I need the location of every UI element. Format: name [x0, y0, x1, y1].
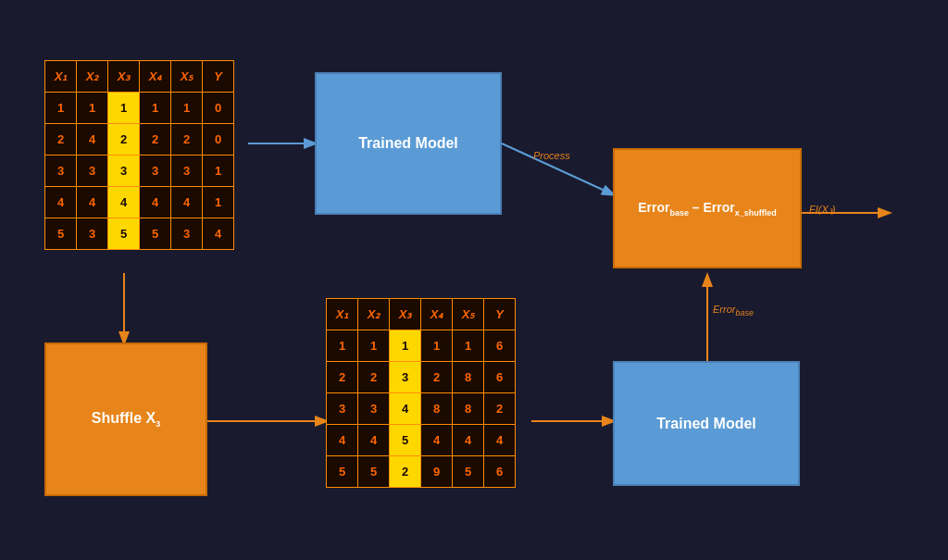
process-label: Process — [533, 150, 570, 161]
top-matrix: X₁ X₂ X₃ X₄ X₅ Y 1 1 1 1 1 0 2 4 2 2 2 0… — [44, 60, 234, 250]
matrix-cell-highlighted: 3 — [390, 362, 421, 393]
matrix-cell: 1 — [77, 93, 108, 124]
shuffle-x3-box: Shuffle X3 — [44, 342, 207, 496]
matrix-cell: 3 — [358, 393, 390, 425]
matrix-cell-highlighted: 2 — [108, 124, 140, 156]
matrix-cell: 2 — [358, 362, 390, 393]
matrix-cell: 8 — [453, 362, 484, 393]
matrix-cell: 4 — [421, 425, 453, 456]
matrix-header: X₂ — [358, 299, 390, 330]
matrix-cell: 3 — [140, 156, 171, 187]
matrix-cell: 5 — [453, 456, 484, 488]
matrix-cell: 1 — [327, 330, 358, 362]
matrix-cell: 3 — [45, 156, 77, 187]
matrix-cell: 4 — [358, 425, 390, 456]
matrix-cell: 2 — [421, 362, 453, 393]
matrix-header-highlighted: X₃ — [108, 61, 140, 93]
matrix-cell: 1 — [453, 330, 484, 362]
matrix-cell: 5 — [358, 456, 390, 488]
matrix-cell: 4 — [140, 187, 171, 218]
matrix-cell-highlighted: 2 — [390, 456, 421, 488]
matrix-cell: 8 — [453, 393, 484, 425]
matrix-cell: 2 — [327, 362, 358, 393]
matrix-cell: 1 — [203, 187, 234, 218]
matrix-cell: 2 — [45, 124, 77, 156]
matrix-cell: 1 — [358, 330, 390, 362]
matrix-cell: 6 — [484, 456, 516, 488]
matrix-cell: 5 — [327, 456, 358, 488]
matrix-cell: 4 — [45, 187, 77, 218]
matrix-cell: 2 — [171, 124, 203, 156]
matrix-cell: 9 — [421, 456, 453, 488]
matrix-cell: 4 — [77, 124, 108, 156]
bottom-matrix: X₁ X₂ X₃ X₄ X₅ Y 1 1 1 1 1 6 2 2 3 2 8 6… — [326, 298, 516, 488]
matrix-cell: 5 — [140, 218, 171, 250]
matrix-header: X₂ — [77, 61, 108, 93]
matrix-cell: 6 — [484, 330, 516, 362]
matrix-cell: 0 — [203, 93, 234, 124]
matrix-cell: 3 — [327, 393, 358, 425]
matrix-cell: 1 — [421, 330, 453, 362]
matrix-cell: 3 — [171, 156, 203, 187]
matrix-header: X₁ — [327, 299, 358, 330]
matrix-cell-highlighted: 3 — [108, 156, 140, 187]
matrix-cell: 3 — [77, 218, 108, 250]
matrix-cell: 4 — [77, 187, 108, 218]
matrix-cell: 4 — [327, 425, 358, 456]
trained-model-top: Trained Model — [315, 72, 502, 215]
matrix-header: X₅ — [453, 299, 484, 330]
matrix-cell-highlighted: 4 — [108, 187, 140, 218]
matrix-cell: 1 — [140, 93, 171, 124]
trained-model-bottom: Trained Model — [613, 361, 800, 486]
matrix-cell-highlighted: 5 — [108, 218, 140, 250]
matrix-cell: 4 — [171, 187, 203, 218]
matrix-cell: 2 — [484, 393, 516, 425]
matrix-cell: 0 — [203, 124, 234, 156]
matrix-cell: 6 — [484, 362, 516, 393]
fi-label: FI(X₃) — [809, 204, 835, 216]
matrix-cell: 1 — [203, 156, 234, 187]
matrix-header: Y — [203, 61, 234, 93]
matrix-header-highlighted: X₃ — [390, 299, 421, 330]
matrix-cell: 4 — [484, 425, 516, 456]
matrix-header: X₄ — [140, 61, 171, 93]
matrix-cell: 1 — [171, 93, 203, 124]
error-base-label: Errorbase — [713, 304, 754, 317]
diagram-container: X₁ X₂ X₃ X₄ X₅ Y 1 1 1 1 1 0 2 4 2 2 2 0… — [0, 0, 948, 560]
matrix-cell: 4 — [453, 425, 484, 456]
matrix-header: X₁ — [45, 61, 77, 93]
matrix-cell: 1 — [45, 93, 77, 124]
matrix-cell: 3 — [171, 218, 203, 250]
matrix-cell: 2 — [140, 124, 171, 156]
matrix-header: X₅ — [171, 61, 203, 93]
matrix-header: X₄ — [421, 299, 453, 330]
matrix-cell: 8 — [421, 393, 453, 425]
matrix-cell-highlighted: 4 — [390, 393, 421, 425]
matrix-cell-highlighted: 1 — [108, 93, 140, 124]
matrix-cell: 3 — [77, 156, 108, 187]
error-formula-box: Errorbase – Errorx_shuffled — [613, 148, 802, 268]
matrix-cell-highlighted: 5 — [390, 425, 421, 456]
matrix-cell: 5 — [45, 218, 77, 250]
matrix-cell: 4 — [203, 218, 234, 250]
matrix-cell-highlighted: 1 — [390, 330, 421, 362]
matrix-header: Y — [484, 299, 516, 330]
